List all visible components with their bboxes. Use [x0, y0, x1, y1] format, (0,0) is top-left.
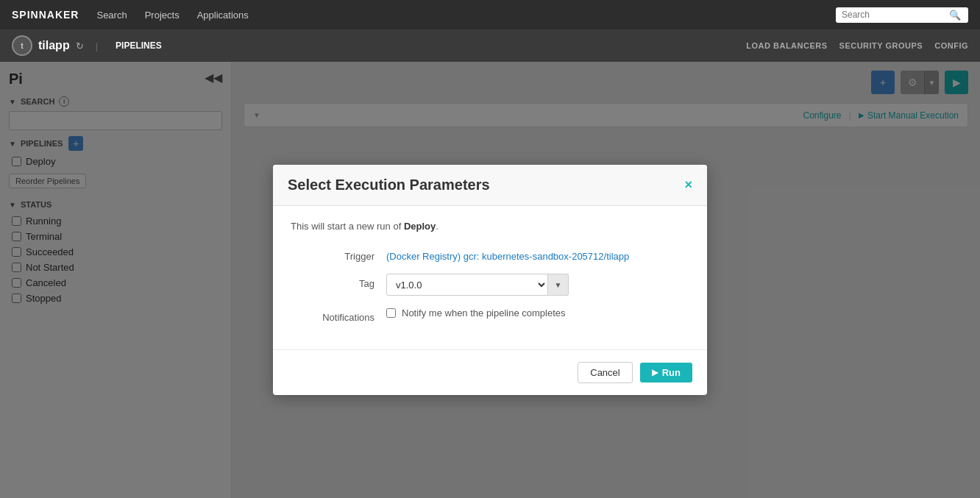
config-link[interactable]: CONFIG — [934, 41, 968, 50]
modal-body: This will start a new run of Deploy. Tri… — [273, 206, 707, 349]
modal-overlay: Select Execution Parameters × This will … — [0, 62, 980, 498]
sub-nav: t tilapp ↻ | PIPELINES LOAD BALANCERS SE… — [0, 29, 980, 62]
nav-search[interactable]: Search — [96, 10, 127, 21]
modal-header: Select Execution Parameters × — [273, 165, 707, 206]
top-nav: SPINNAKER Search Projects Applications 🔍 — [0, 0, 980, 29]
cancel-button[interactable]: Cancel — [578, 362, 632, 383]
notify-checkbox-label: Notify me when the pipeline completes — [402, 307, 566, 319]
notify-checkbox[interactable] — [386, 308, 396, 318]
notify-row: Notify me when the pipeline completes — [386, 307, 566, 319]
nav-projects[interactable]: Projects — [145, 10, 180, 21]
tag-select-wrapper: v1.0.0 ▼ — [386, 274, 689, 296]
global-search-box[interactable]: 🔍 — [836, 7, 968, 23]
trigger-label: Trigger — [291, 246, 386, 262]
nav-divider: | — [96, 40, 98, 51]
notifications-label: Notifications — [291, 307, 386, 323]
app-icon: t — [12, 35, 32, 56]
nav-applications[interactable]: Applications — [197, 10, 249, 21]
global-search-input[interactable] — [842, 10, 945, 20]
run-label: Run — [662, 367, 681, 378]
modal-title: Select Execution Parameters — [288, 177, 490, 193]
subtitle-prefix: This will start a new run of — [291, 221, 404, 232]
subtitle-suffix: . — [436, 221, 438, 232]
app-icon-letter: t — [21, 41, 23, 50]
deploy-name: Deploy — [404, 221, 436, 232]
run-play-icon: ▶ — [652, 368, 658, 377]
notifications-row: Notifications Notify me when the pipelin… — [291, 307, 689, 323]
tag-label: Tag — [291, 274, 386, 289]
tag-select-arrow[interactable]: ▼ — [548, 274, 569, 296]
modal-close-button[interactable]: × — [684, 177, 692, 193]
sub-nav-right: LOAD BALANCERS SECURITY GROUPS CONFIG — [746, 41, 968, 50]
tag-select[interactable]: v1.0.0 — [386, 274, 548, 296]
search-icon: 🔍 — [949, 10, 961, 21]
brand-logo: SPINNAKER — [12, 9, 79, 21]
modal-dialog: Select Execution Parameters × This will … — [273, 165, 707, 395]
app-title-area: t tilapp ↻ — [12, 35, 84, 56]
app-name: tilapp — [38, 39, 70, 52]
modal-footer: Cancel ▶ Run — [273, 349, 707, 395]
trigger-value: (Docker Registry) gcr: kubernetes-sandbo… — [386, 246, 689, 262]
run-button[interactable]: ▶ Run — [640, 363, 692, 383]
security-groups-link[interactable]: SECURITY GROUPS — [839, 41, 923, 50]
trigger-row: Trigger (Docker Registry) gcr: kubernete… — [291, 246, 689, 262]
refresh-icon[interactable]: ↻ — [76, 40, 84, 51]
modal-subtitle: This will start a new run of Deploy. — [291, 221, 689, 232]
main-content: ◀◀ Pi ▼ SEARCH i ▼ PIPELINES + Deploy Re… — [0, 62, 980, 498]
pipelines-nav-link[interactable]: PIPELINES — [110, 38, 168, 54]
content-area: + ⚙ ▼ ▶ ▼ Configure | ▶ Start Manual Exe… — [232, 62, 980, 498]
tag-row: Tag v1.0.0 ▼ — [291, 274, 689, 296]
load-balancers-link[interactable]: LOAD BALANCERS — [746, 41, 827, 50]
